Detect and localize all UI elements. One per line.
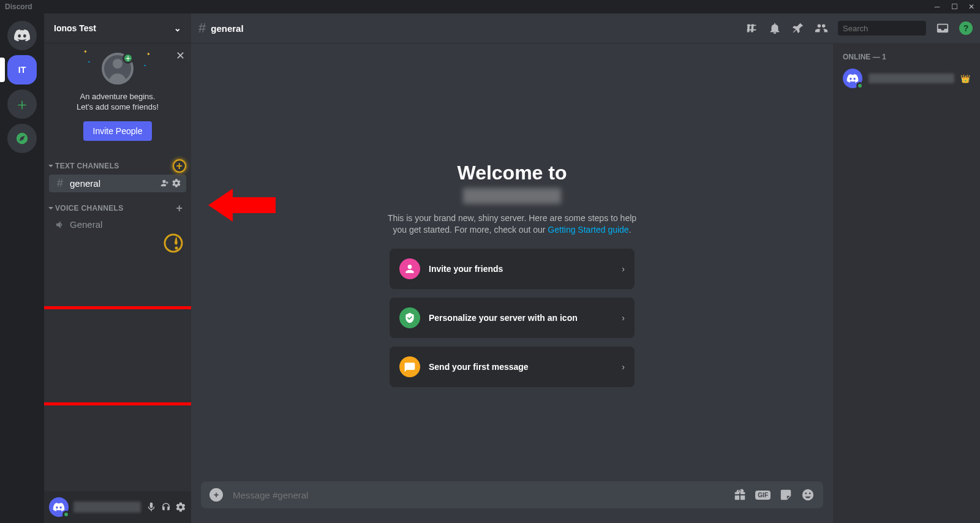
app-body: IT ＋ Ionos Test ⌄ ✕ ✦ • ✦ • + <box>0 13 980 523</box>
add-server-button[interactable]: ＋ <box>7 89 37 119</box>
pinned-icon[interactable] <box>791 21 805 35</box>
member-name-redacted <box>869 73 954 83</box>
attach-button[interactable]: + <box>209 488 223 502</box>
search-box[interactable] <box>838 21 926 36</box>
create-text-channel-button[interactable]: + <box>174 160 185 171</box>
caret-down-icon <box>48 163 54 169</box>
channel-header: # general ? <box>191 13 980 43</box>
plus-badge-icon: + <box>123 53 134 64</box>
notifications-icon[interactable] <box>768 21 782 35</box>
explore-button[interactable] <box>7 124 37 153</box>
app-name: Discord <box>5 2 32 11</box>
home-button[interactable] <box>7 21 37 50</box>
welcome-server-name-redacted <box>463 188 561 204</box>
emoji-icon[interactable] <box>801 488 815 502</box>
personalize-icon <box>399 307 420 328</box>
channel-settings-icon[interactable] <box>172 178 181 188</box>
onboarding-personalize-card[interactable]: Personalize your server with an icon › <box>390 298 635 338</box>
owner-crown-icon: 👑 <box>960 74 970 83</box>
onboarding-cards: Invite your friends › Personalize your s… <box>390 249 635 387</box>
server-initials: IT <box>18 65 26 75</box>
gift-icon[interactable] <box>733 488 747 502</box>
text-channels-label: TEXT CHANNELS <box>55 162 119 170</box>
annotation-red-box <box>44 306 191 405</box>
members-panel: ONLINE — 1 👑 <box>833 43 980 523</box>
svg-point-1 <box>165 235 182 252</box>
invite-people-button[interactable]: Invite People <box>83 121 153 141</box>
member-avatar-icon <box>843 69 862 88</box>
online-status-icon <box>62 511 70 518</box>
user-avatar[interactable] <box>49 497 69 517</box>
channel-sidebar: Ionos Test ⌄ ✕ ✦ • ✦ • + An adventure be… <box>44 13 191 523</box>
chevron-right-icon: › <box>622 313 625 323</box>
caret-down-icon <box>48 205 54 211</box>
getting-started-link[interactable]: Getting Started guide <box>548 225 628 235</box>
compass-icon <box>15 132 29 145</box>
sticker-icon[interactable] <box>779 488 793 502</box>
channel-general[interactable]: # general <box>49 175 186 192</box>
main-body: Welcome to This is your brand new, shiny… <box>191 43 980 523</box>
invite-to-channel-icon[interactable] <box>159 178 169 188</box>
members-toggle-icon[interactable] <box>815 21 828 35</box>
discord-logo-icon <box>13 29 31 42</box>
search-input[interactable] <box>842 23 947 34</box>
chevron-down-icon: ⌄ <box>174 23 181 33</box>
user-panel <box>44 491 191 523</box>
create-voice-channel-button[interactable]: + <box>174 203 185 214</box>
onboarding-invite-card[interactable]: Invite your friends › <box>390 249 635 289</box>
maximize-button[interactable]: ☐ <box>946 0 963 13</box>
channel-header-name: general <box>211 23 243 34</box>
welcome-title: Welcome to <box>458 162 567 184</box>
main-content: # general ? Welcome to <box>191 13 980 523</box>
inbox-icon[interactable] <box>936 21 949 35</box>
members-header: ONLINE — 1 <box>838 53 975 66</box>
title-bar: Discord ─ ☐ ✕ <box>0 0 980 13</box>
server-header[interactable]: Ionos Test ⌄ <box>44 13 191 43</box>
welcome-description: This is your brand new, shiny server. He… <box>388 213 636 236</box>
server-name: Ionos Test <box>54 23 96 33</box>
chat-input-bar: + GIF <box>201 481 823 508</box>
invite-friends-icon <box>399 258 420 279</box>
svg-point-2 <box>175 247 178 250</box>
hash-icon: # <box>198 20 206 36</box>
threads-icon[interactable] <box>745 21 758 35</box>
card-label: Invite your friends <box>429 264 613 274</box>
chevron-right-icon: › <box>622 362 625 372</box>
voice-channel-name: General <box>70 219 181 230</box>
channel-name: general <box>70 178 156 189</box>
invite-card: ✕ ✦ • ✦ • + An adventure begins. Let's a… <box>44 43 191 151</box>
avatar-placeholder-icon: + <box>102 53 134 85</box>
deafen-button-icon[interactable] <box>160 502 172 513</box>
card-label: Send your first message <box>429 362 613 372</box>
member-item[interactable]: 👑 <box>838 66 975 91</box>
card-label: Personalize your server with an icon <box>429 313 613 323</box>
onboarding-first-message-card[interactable]: Send your first message › <box>390 347 635 387</box>
settings-button-icon[interactable] <box>175 502 186 513</box>
user-name-redacted <box>74 502 141 513</box>
guilds-list: IT ＋ <box>0 13 44 523</box>
invite-card-text: An adventure begins. Let's add some frie… <box>77 92 159 113</box>
voice-channels-label: VOICE CHANNELS <box>55 204 124 213</box>
gif-button[interactable]: GIF <box>755 491 771 500</box>
discord-clyde-icon <box>53 503 65 511</box>
header-toolbar: ? <box>745 21 973 36</box>
annotation-exclamation-icon <box>163 233 184 254</box>
welcome-panel: Welcome to This is your brand new, shiny… <box>191 43 833 481</box>
mute-button-icon[interactable] <box>146 502 157 513</box>
window-controls: ─ ☐ ✕ <box>929 0 980 13</box>
voice-channels-category[interactable]: VOICE CHANNELS + <box>44 193 191 216</box>
server-icon-ionos[interactable]: IT <box>7 55 37 85</box>
message-input[interactable] <box>232 489 725 501</box>
help-icon[interactable]: ? <box>959 21 973 35</box>
minimize-button[interactable]: ─ <box>929 0 946 13</box>
first-message-icon <box>399 356 420 377</box>
text-channels-category[interactable]: TEXT CHANNELS + <box>44 151 191 174</box>
chat-area: Welcome to This is your brand new, shiny… <box>191 43 833 523</box>
chevron-right-icon: › <box>622 264 625 274</box>
hash-icon: # <box>54 177 66 190</box>
channel-list: TEXT CHANNELS + # general VOICE CHANNELS… <box>44 151 191 491</box>
close-invite-card-button[interactable]: ✕ <box>176 49 185 62</box>
voice-channel-general[interactable]: General <box>49 217 186 233</box>
close-button[interactable]: ✕ <box>963 0 980 13</box>
speaker-icon <box>54 219 66 230</box>
